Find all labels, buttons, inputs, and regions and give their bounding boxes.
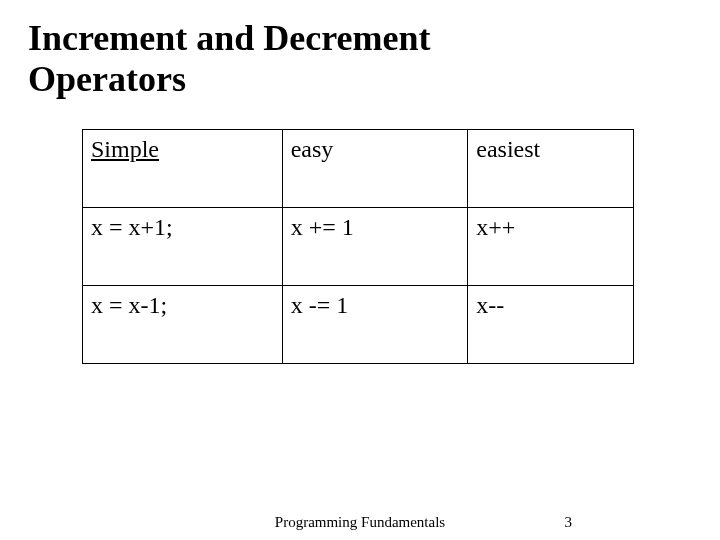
cell: x++ xyxy=(476,214,515,240)
table-row: x = x+1; x += 1 x++ xyxy=(83,207,634,285)
slide-title: Increment and Decrement Operators xyxy=(0,0,720,101)
cell: x += 1 xyxy=(291,214,354,240)
cell: x = x+1; xyxy=(91,214,173,240)
footer-label: Programming Fundamentals xyxy=(0,514,720,531)
cell: x-- xyxy=(476,292,504,318)
title-line-2: Operators xyxy=(28,59,186,99)
operators-table: Simple easy easiest x = x+1; x += 1 x++ … xyxy=(82,129,634,364)
operators-table-wrap: Simple easy easiest x = x+1; x += 1 x++ … xyxy=(82,129,720,364)
cell: x -= 1 xyxy=(291,292,349,318)
header-easy: easy xyxy=(291,136,334,162)
header-easiest: easiest xyxy=(476,136,540,162)
table-row: Simple easy easiest xyxy=(83,129,634,207)
footer-page-number: 3 xyxy=(565,514,573,531)
cell: x = x-1; xyxy=(91,292,167,318)
header-simple: Simple xyxy=(91,136,159,162)
table-row: x = x-1; x -= 1 x-- xyxy=(83,285,634,363)
title-line-1: Increment and Decrement xyxy=(28,18,431,58)
